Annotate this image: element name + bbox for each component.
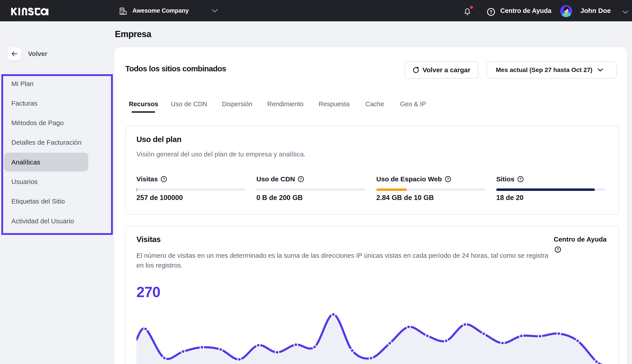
notifications-button[interactable]: [464, 6, 474, 16]
tab-label: Geo & IP: [400, 100, 426, 108]
tab-label: Cache: [365, 100, 384, 108]
user-menu-label[interactable]: John Doe: [580, 0, 611, 21]
chart-point[interactable]: [350, 349, 354, 352]
topbar: Awesome Company ? Centro de Ayuda: [0, 0, 632, 21]
svg-text:?: ?: [490, 9, 493, 15]
avatar[interactable]: [560, 5, 572, 17]
sidebar-item-anal-ticas[interactable]: Analíticas: [4, 153, 88, 172]
period-select[interactable]: Mes actual (Sep 27 hasta Oct 27): [487, 61, 617, 79]
chart-point[interactable]: [501, 341, 504, 345]
chart-point[interactable]: [238, 358, 241, 361]
visits-chart: [136, 310, 606, 364]
visits-total: 270: [136, 286, 160, 298]
tabs: RecursosUso de CDNDispersiónRendimientoR…: [129, 101, 463, 114]
tab-uso-de-cdn[interactable]: Uso de CDN: [171, 101, 207, 113]
chart-point[interactable]: [576, 339, 579, 343]
bell-icon: [464, 8, 471, 16]
help-circle-icon: ?: [487, 8, 495, 16]
sidebar-item-facturas[interactable]: Facturas: [4, 94, 88, 113]
question-circle-icon[interactable]: ?: [517, 176, 524, 182]
sidebar-item-label: Actividad del Usuario: [11, 217, 74, 225]
chart-point[interactable]: [162, 356, 166, 360]
metric-visitas: Visitas?257 de 100000: [136, 175, 246, 202]
visits-description-line2: en los registros.: [136, 260, 548, 270]
chart-point[interactable]: [219, 348, 223, 351]
sidebar-item-etiquetas-del-sitio[interactable]: Etiquetas del Sitio: [4, 192, 88, 211]
back-button[interactable]: [8, 47, 21, 60]
metric-uso-de-cdn: Uso de CDN?0 B de 200 GB: [256, 175, 365, 202]
chart-point[interactable]: [369, 356, 373, 360]
help-center-label[interactable]: Centro de Ayuda: [500, 0, 551, 21]
svg-text:?: ?: [557, 248, 559, 252]
refresh-icon: [412, 66, 419, 74]
chart-point[interactable]: [332, 313, 335, 316]
chart-point[interactable]: [294, 343, 298, 346]
sidebar-item-m-todos-de-pago[interactable]: Métodos de Pago: [4, 114, 88, 132]
visits-help-link[interactable]: Centro de Ayuda ?: [554, 236, 607, 253]
chart-point[interactable]: [426, 334, 429, 338]
metric-sitios: Sitios?18 de 20: [496, 175, 605, 202]
question-circle-icon[interactable]: ?: [445, 176, 451, 182]
reload-label: Volver a cargar: [423, 66, 471, 74]
tab-dispersi-n[interactable]: Dispersión: [222, 101, 252, 113]
chart-point[interactable]: [538, 334, 542, 338]
sidebar-item-label: Usuarios: [11, 178, 38, 186]
svg-text:?: ?: [519, 177, 522, 181]
chart-point[interactable]: [445, 339, 448, 343]
chart-point[interactable]: [407, 325, 410, 329]
chart-point[interactable]: [482, 332, 486, 336]
sidebar-item-label: Etiquetas del Sitio: [11, 198, 65, 205]
period-chevron-down-icon: [598, 68, 603, 72]
sidebar-item-usuarios[interactable]: Usuarios: [4, 172, 88, 191]
kinsta-logo[interactable]: [11, 8, 49, 16]
tab-recursos[interactable]: Recursos: [129, 101, 158, 113]
chart-point[interactable]: [595, 360, 598, 363]
question-circle-icon[interactable]: ?: [161, 176, 167, 182]
chart-point[interactable]: [557, 332, 561, 335]
panel-title: Todos los sitios combinados: [125, 64, 226, 73]
sidebar-menu: Mi PlanFacturasMétodos de PagoDetalles d…: [0, 74, 113, 231]
reload-button[interactable]: Volver a cargar: [404, 61, 479, 79]
chart-point[interactable]: [275, 351, 279, 354]
arrow-left-icon: [12, 51, 17, 56]
tab-rendimiento[interactable]: Rendimiento: [267, 101, 304, 113]
tab-label: Respuesta: [319, 100, 350, 108]
tab-label: Dispersión: [222, 100, 252, 108]
company-building-icon: [119, 8, 127, 15]
back-label[interactable]: Volver: [28, 51, 47, 57]
chart-point[interactable]: [144, 327, 147, 331]
svg-text:?: ?: [300, 177, 302, 181]
metric-label: Sitios: [496, 175, 515, 183]
plan-usage-subtitle: Visión general del uso del plan de tu em…: [136, 150, 306, 158]
tab-label: Recursos: [129, 100, 158, 108]
user-chevron-down-icon[interactable]: [623, 11, 628, 14]
metric-progressbar: [496, 188, 605, 191]
metric-label: Uso de Espacio Web: [376, 175, 442, 183]
sidebar-item-detalles-de-facturaci-n[interactable]: Detalles de Facturación: [4, 133, 88, 152]
help-center-button[interactable]: ?: [487, 8, 496, 17]
tab-respuesta[interactable]: Respuesta: [319, 101, 350, 113]
chart-point[interactable]: [388, 342, 391, 345]
chevron-down-icon: [212, 9, 218, 12]
company-switcher[interactable]: Awesome Company: [119, 0, 220, 21]
tab-cache[interactable]: Cache: [365, 101, 384, 113]
chart-point[interactable]: [519, 334, 523, 338]
sidebar-item-mi-plan[interactable]: Mi Plan: [4, 74, 88, 93]
sidebar-item-actividad-del-usuario[interactable]: Actividad del Usuario: [4, 212, 88, 230]
chart-point[interactable]: [257, 344, 260, 347]
visits-title: Visitas: [136, 235, 161, 244]
sidebar-item-label: Facturas: [11, 100, 37, 107]
metric-label: Visitas: [136, 175, 158, 183]
chart-point[interactable]: [313, 345, 316, 349]
question-circle-icon: ?: [555, 246, 561, 253]
visits-help-label[interactable]: Centro de Ayuda: [554, 236, 607, 243]
chart-point[interactable]: [200, 346, 204, 349]
chart-point[interactable]: [463, 323, 467, 326]
chart-point[interactable]: [181, 350, 185, 353]
metric-value: 0 B de 200 GB: [256, 194, 365, 202]
question-circle-icon[interactable]: ?: [298, 176, 304, 182]
tab-label: Rendimiento: [267, 100, 304, 108]
tab-geo-ip[interactable]: Geo & IP: [400, 101, 426, 113]
sidebar-item-label: Detalles de Facturación: [11, 139, 81, 146]
metric-progressbar: [136, 188, 245, 191]
